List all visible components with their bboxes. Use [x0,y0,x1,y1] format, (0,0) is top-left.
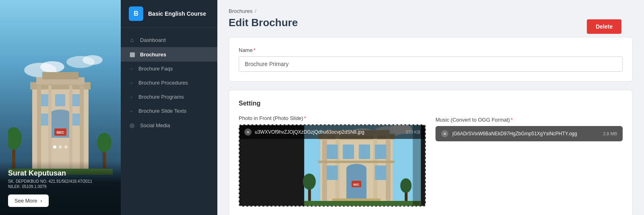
breadcrumb-brochures[interactable]: Brochures [229,8,252,14]
svg-rect-7 [42,72,78,79]
svg-point-55 [303,174,316,190]
photo-label: Photo in Front (Photo Slide)* [239,115,426,121]
svg-point-57 [400,178,412,193]
sidebar-item-brochure-faqs[interactable]: → Brochure Faqs [121,62,217,76]
sidebar-item-label: Social Media [140,122,170,128]
arrow-icon: › [40,198,42,204]
svg-point-3 [83,55,103,65]
photo-file-preview: ✕ u3WXVOf9hvZJOjQXzDGzjQdhu63ocvp2dSN8.j… [239,124,426,207]
carousel-dots [53,145,68,149]
svg-rect-42 [375,145,386,159]
sidebar-item-social-media[interactable]: ◎ Social Media [121,118,217,132]
home-icon: ⌂ [129,37,135,43]
page-title: Edit Brochure [229,17,633,29]
svg-rect-47 [318,161,395,163]
svg-rect-40 [343,145,354,159]
delete-button[interactable]: Delete [587,19,621,34]
music-remove-button[interactable]: ✕ [441,130,448,137]
dot-2 [59,145,62,149]
svg-rect-16 [80,85,84,170]
svg-rect-36 [386,134,391,203]
sidebar-item-dashboard[interactable]: ⌂ Dashboard [121,33,217,47]
hero-panel: BEC Surat Keputusan SK. DEPDIKBUD NO. 42… [0,0,121,215]
svg-rect-18 [69,85,72,170]
sidebar-item-label: Brochure Procedures [138,80,188,86]
sidebar-item-label: Brochures [140,52,166,58]
photo-section: Photo in Front (Photo Slide)* ✕ u3WXVOf9… [239,115,426,207]
photo-file-name: u3WXVOf9hvZJOjQXzDGzjQdhu63ocvp2dSN8.jpg [255,129,402,135]
name-label: Name* [239,47,623,53]
dot-3 [64,145,68,149]
setting-grid: Photo in Front (Photo Slide)* ✕ u3WXVOf9… [239,115,623,207]
building-illustration: BEC [8,54,113,175]
sidebar-app-name: Basic English Course [148,10,206,17]
main-header: Brochures / Edit Brochure Delete [229,8,633,37]
sidebar-item-brochure-slide-texts[interactable]: → Brochure Slide Texts [121,104,217,118]
svg-rect-9 [55,94,65,106]
svg-rect-46 [375,165,386,180]
sidebar-item-label: Brochure Faqs [138,66,173,72]
sidebar-item-brochure-programs[interactable]: → Brochure Programs [121,90,217,104]
arrow-icon: → [129,80,134,86]
breadcrumb: Brochures / [229,8,633,14]
sidebar-item-brochures[interactable]: ▤ Brochures [121,47,217,62]
sidebar-header: B Basic English Course [121,0,217,28]
sidebar-logo: B [129,6,143,21]
svg-rect-45 [327,165,338,180]
sidebar-item-label: Dashboard [140,37,166,43]
svg-text:BEC: BEC [353,183,359,186]
breadcrumb-separator: / [255,8,256,14]
svg-rect-17 [48,85,52,170]
name-card: Name* [229,37,633,82]
hero-title: Surat Keputusan [8,169,113,178]
dot-1 [53,145,56,149]
required-star: * [304,115,306,121]
music-file-bar: ✕ jG6ADrSVixW6BaNEkD97HgZbGmp51XgYsiNcPH… [436,126,623,141]
arrow-icon: → [129,66,134,72]
sidebar-item-label: Brochure Programs [138,94,184,100]
svg-rect-35 [322,134,327,203]
hero-overlay: Surat Keputusan SK. DEPDIKBUD NO. 421.91… [0,161,121,215]
setting-title: Setting [239,100,623,107]
photo-file-size: 239 KB [406,130,420,134]
file-header: ✕ u3WXVOf9hvZJOjQXzDGzjQdhu63ocvp2dSN8.j… [239,125,425,139]
svg-text:BEC: BEC [56,130,64,134]
svg-rect-39 [327,145,338,159]
sidebar-navigation: ⌂ Dashboard ▤ Brochures → Brochure Faqs … [121,28,217,215]
see-more-button[interactable]: See More › [8,194,49,207]
svg-point-14 [50,110,70,118]
photo-remove-button[interactable]: ✕ [244,128,252,136]
svg-rect-15 [37,85,41,170]
required-star: * [511,117,513,123]
music-file-name: jG6ADrSVixW6BaNEkD97HgZbGmp51XgYsiNcPHTY… [452,131,599,136]
name-input[interactable] [239,56,623,72]
music-section: Music (Convert to OGG Format)* ✕ jG6ADrS… [436,115,623,207]
svg-point-44 [347,164,367,174]
circle-icon: ◎ [129,122,135,128]
sidebar: B Basic English Course ⌂ Dashboard ▤ Bro… [121,0,217,215]
svg-point-1 [40,61,64,72]
music-file-size: 2.8 MB [603,131,617,136]
sidebar-item-label: Brochure Slide Texts [138,108,186,114]
main-content: Brochures / Edit Brochure Delete Name* S… [217,0,644,215]
hero-sub1: SK. DEPDIKBUD NO. 421.91/562/418.47/2011 [8,179,113,184]
hero-sub2: NILEK: 05109.1.0079 [8,184,113,189]
arrow-icon: → [129,94,134,100]
setting-card: Setting Photo in Front (Photo Slide)* ✕ … [229,90,633,215]
svg-rect-49 [332,198,381,201]
svg-point-23 [97,133,111,152]
svg-point-21 [8,127,22,150]
svg-rect-41 [359,145,370,159]
required-star: * [254,47,256,53]
arrow-icon: → [129,108,134,114]
clipboard-icon: ▤ [129,51,135,58]
sidebar-item-brochure-procedures[interactable]: → Brochure Procedures [121,76,217,90]
music-label: Music (Convert to OGG Format)* [436,117,623,123]
